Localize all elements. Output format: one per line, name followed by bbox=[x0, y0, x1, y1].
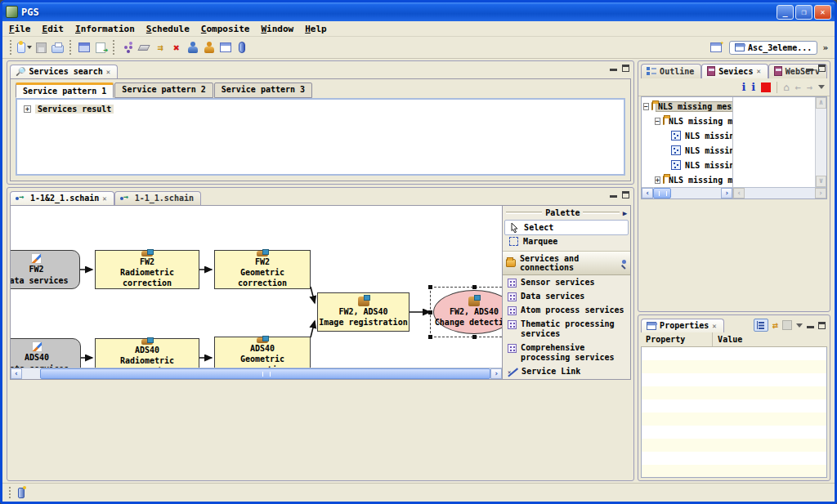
scroll-right-icon[interactable]: › bbox=[721, 188, 732, 198]
collapse-icon[interactable]: − bbox=[655, 118, 660, 125]
palette-collapse-icon[interactable]: ▶ bbox=[623, 209, 627, 217]
column-property[interactable]: Property bbox=[641, 332, 713, 346]
scroll-up-icon[interactable]: ∧ bbox=[816, 97, 826, 109]
menu-composite[interactable]: Composite bbox=[201, 24, 250, 34]
scroll-left-icon[interactable]: ‹ bbox=[642, 188, 653, 198]
palette-tool-select[interactable]: Select bbox=[504, 220, 629, 235]
delete-icon[interactable]: ✖ bbox=[169, 40, 184, 55]
new-dropdown-icon[interactable] bbox=[27, 46, 32, 49]
detail-horizontal-scrollbar[interactable]: ‹ › bbox=[733, 187, 826, 198]
tab-services-search[interactable]: 🔎 Services search ✕ bbox=[10, 65, 118, 78]
menu-information[interactable]: Information bbox=[75, 24, 135, 34]
palette-drawer-services[interactable]: Services and connections bbox=[503, 251, 630, 275]
minimize-button[interactable]: _ bbox=[777, 5, 794, 20]
tab-close-icon[interactable]: ✕ bbox=[712, 322, 716, 330]
tab-service-pattern-3[interactable]: Service pattern 3 bbox=[214, 83, 312, 98]
toolbar-grip[interactable] bbox=[69, 40, 72, 55]
node-ads40-radiometric[interactable]: ADS40 Radiometric correction bbox=[95, 338, 199, 368]
menu-file[interactable]: File bbox=[9, 24, 31, 34]
menu-schedule[interactable]: Schedule bbox=[146, 24, 190, 34]
node-ads40-data-services[interactable]: ADS40 Data services bbox=[11, 338, 81, 368]
home-icon[interactable]: ⌂ bbox=[783, 82, 789, 93]
new-wizard-icon[interactable] bbox=[17, 40, 32, 55]
back-icon[interactable]: ← bbox=[795, 82, 801, 93]
scroll-thumb[interactable] bbox=[653, 188, 671, 198]
diagram-canvas[interactable]: FW2 Data services FW2 Radiometric correc… bbox=[11, 206, 502, 368]
tab-properties[interactable]: Properties ✕ bbox=[641, 319, 724, 332]
node-fw2-radiometric[interactable]: FW2 Radiometric correction bbox=[95, 250, 199, 289]
collapse-icon[interactable]: − bbox=[643, 103, 649, 110]
info-icon[interactable]: i bbox=[751, 83, 755, 92]
scroll-down-icon[interactable]: ∨ bbox=[816, 176, 826, 187]
tab-outline[interactable]: Outline bbox=[641, 64, 701, 78]
expand-icon[interactable]: + bbox=[655, 176, 660, 184]
column-value[interactable]: Value bbox=[713, 332, 747, 346]
preferences-icon[interactable] bbox=[77, 40, 92, 55]
node-fw2-geometric[interactable]: FW2 Geometric correction bbox=[214, 250, 311, 289]
maximize-view-icon[interactable] bbox=[622, 191, 629, 198]
minimize-view-icon[interactable] bbox=[610, 192, 617, 198]
scroll-thumb[interactable] bbox=[40, 368, 490, 379]
tree-row[interactable]: + NLS missing m bbox=[643, 172, 732, 187]
tab-service-pattern-1[interactable]: Service pattern 1 bbox=[16, 83, 114, 98]
perspective-button[interactable]: Asc_3eleme... bbox=[729, 41, 817, 55]
tab-close-icon[interactable]: ✕ bbox=[102, 194, 106, 203]
menu-edit[interactable]: Edit bbox=[43, 24, 65, 34]
menu-window[interactable]: Window bbox=[261, 24, 293, 34]
import-icon[interactable] bbox=[93, 40, 108, 55]
capsule-icon[interactable] bbox=[235, 40, 249, 55]
tree-row[interactable]: NLS missin bbox=[643, 158, 732, 172]
palette-item-comprehensive[interactable]: Comprehensive processing services bbox=[503, 341, 630, 364]
forward-icon[interactable]: → bbox=[807, 82, 812, 93]
erase-icon[interactable] bbox=[137, 40, 151, 55]
pin-icon[interactable] bbox=[620, 259, 627, 267]
user-blue-icon[interactable] bbox=[186, 40, 200, 55]
toolbar-grip[interactable] bbox=[113, 40, 115, 55]
scroll-left-icon[interactable]: ‹ bbox=[11, 368, 22, 379]
status-capsule-icon[interactable] bbox=[18, 488, 25, 498]
tree-row[interactable]: − NLS missing m bbox=[643, 114, 732, 128]
scroll-right-icon[interactable]: › bbox=[815, 188, 826, 198]
tree-mode-button[interactable] bbox=[754, 319, 768, 332]
window-view-icon[interactable] bbox=[218, 40, 233, 55]
node-image-registration[interactable]: FW2, ADS40 Image registration bbox=[317, 292, 410, 332]
minimize-view-icon[interactable] bbox=[806, 65, 813, 71]
info-icon[interactable]: i bbox=[741, 83, 745, 92]
tab-editor-2[interactable]: 1-1_1.schain bbox=[114, 191, 201, 205]
scroll-left-icon[interactable]: ‹ bbox=[733, 188, 745, 198]
maximize-view-icon[interactable] bbox=[622, 65, 629, 72]
filter-icon[interactable]: ⇄ bbox=[772, 319, 778, 331]
tree-row[interactable]: − NLS missing mess bbox=[643, 99, 732, 114]
maximize-view-icon[interactable] bbox=[818, 65, 826, 72]
save-icon[interactable] bbox=[34, 40, 48, 55]
tree-horizontal-scrollbar[interactable]: ‹ › bbox=[642, 187, 732, 198]
scroll-right-icon[interactable]: › bbox=[490, 368, 502, 379]
tab-service-pattern-2[interactable]: Service pattern 2 bbox=[114, 83, 213, 98]
expand-icon[interactable]: + bbox=[24, 105, 31, 113]
view-menu-icon[interactable] bbox=[818, 85, 825, 89]
tab-close-icon[interactable]: ✕ bbox=[106, 68, 110, 76]
palette-tool-marquee[interactable]: Marquee bbox=[504, 235, 629, 248]
node-fw2-data-services[interactable]: FW2 Data services bbox=[11, 250, 80, 289]
canvas-horizontal-scrollbar[interactable]: ‹ › bbox=[11, 368, 502, 379]
toolbar-grip[interactable] bbox=[10, 40, 12, 55]
maximize-view-icon[interactable] bbox=[818, 322, 826, 329]
user-orange-icon[interactable] bbox=[202, 40, 217, 55]
menu-help[interactable]: Help bbox=[305, 24, 327, 34]
services-result-row[interactable]: + Services result bbox=[24, 105, 617, 114]
palette-item-atom-process[interactable]: Atom process services bbox=[503, 303, 630, 317]
stop-icon[interactable] bbox=[761, 83, 771, 92]
tab-editor-1[interactable]: 1-1&2_1.schain ✕ bbox=[10, 191, 114, 205]
restore-button[interactable]: ❐ bbox=[795, 5, 812, 20]
minimize-view-icon[interactable] bbox=[610, 65, 617, 71]
close-button[interactable]: ✕ bbox=[814, 5, 831, 20]
skip-icon[interactable]: ⇉ bbox=[153, 40, 168, 55]
open-perspective-icon[interactable] bbox=[709, 40, 723, 55]
minimize-view-icon[interactable] bbox=[807, 323, 814, 328]
tree-row[interactable]: NLS missin bbox=[643, 128, 732, 143]
group-services-icon[interactable] bbox=[120, 40, 135, 55]
tab-close-icon[interactable]: ✕ bbox=[756, 67, 760, 75]
node-ads40-geometric[interactable]: ADS40 Geometric correction bbox=[214, 337, 311, 368]
tab-seviecs[interactable]: Seviecs ✕ bbox=[701, 64, 768, 78]
detail-vertical-scrollbar[interactable]: ∧ ∨ bbox=[815, 97, 826, 187]
